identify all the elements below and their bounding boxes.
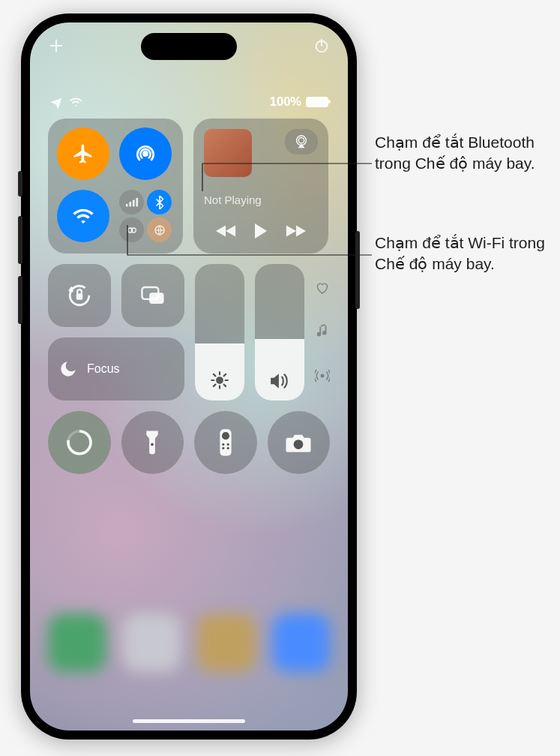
callout-bluetooth: Chạm để tắt Bluetooth trong Chế độ máy b…: [375, 132, 547, 173]
focus-label: Focus: [87, 362, 120, 376]
bluetooth-toggle[interactable]: [147, 190, 172, 214]
screen-mirroring-button[interactable]: [121, 264, 184, 327]
svg-line-23: [214, 385, 215, 386]
orientation-lock-icon: [67, 283, 92, 308]
timer-icon: [64, 428, 94, 458]
svg-line-21: [214, 374, 215, 376]
screen: 100%: [30, 22, 348, 730]
hotspot-icon: [125, 224, 139, 237]
power-menu-button[interactable]: [313, 38, 330, 54]
orientation-lock-toggle[interactable]: [48, 264, 111, 327]
wifi-toggle[interactable]: [57, 190, 109, 242]
svg-rect-13: [76, 293, 83, 300]
svg-point-27: [68, 431, 91, 454]
svg-rect-5: [132, 200, 134, 206]
media-forward-button[interactable]: [285, 224, 306, 242]
focus-button[interactable]: Focus: [48, 338, 184, 400]
svg-point-2: [142, 151, 148, 157]
svg-point-10: [297, 136, 307, 146]
connectivity-subgroup[interactable]: [119, 190, 172, 242]
moon-icon: [58, 359, 78, 379]
svg-rect-15: [149, 292, 163, 304]
svg-point-32: [226, 443, 229, 446]
forward-icon: [285, 224, 306, 238]
svg-rect-3: [125, 203, 127, 206]
svg-point-16: [216, 376, 223, 384]
cellular-data-toggle[interactable]: [119, 190, 144, 214]
remote-icon: [218, 428, 233, 457]
sun-icon: [210, 370, 229, 390]
plus-icon: [48, 38, 64, 54]
volume-slider[interactable]: [255, 264, 304, 400]
airplane-mode-toggle[interactable]: [57, 128, 109, 180]
iphone-frame: 100%: [21, 14, 357, 740]
flashlight-button[interactable]: [121, 411, 184, 474]
volume-fill: [255, 339, 304, 400]
svg-point-28: [151, 443, 154, 446]
svg-point-25: [321, 374, 325, 378]
battery-icon: [306, 97, 328, 107]
svg-point-35: [294, 440, 304, 449]
flashlight-icon: [144, 429, 160, 456]
play-icon: [253, 222, 269, 240]
svg-line-24: [224, 374, 226, 376]
control-center: Not Playing: [48, 118, 330, 474]
hotspot-toggle[interactable]: [119, 218, 144, 242]
airplay-button[interactable]: [285, 129, 318, 154]
satellite-icon: [154, 224, 166, 236]
dock-blurred: [48, 614, 330, 696]
wifi-status-icon: [69, 97, 82, 107]
side-shortcuts: [315, 264, 330, 400]
svg-point-30: [222, 432, 229, 440]
timer-button[interactable]: [48, 411, 111, 474]
media-play-button[interactable]: [253, 222, 269, 243]
screen-mirroring-icon: [140, 285, 166, 306]
media-title: Not Playing: [204, 194, 318, 206]
battery-percent-label: 100%: [270, 94, 301, 109]
satellite-toggle[interactable]: [147, 218, 172, 242]
bluetooth-icon: [155, 196, 164, 209]
wifi-icon: [72, 207, 94, 225]
add-control-button[interactable]: [48, 38, 64, 54]
brightness-slider[interactable]: [195, 264, 244, 400]
svg-rect-4: [129, 202, 131, 206]
airdrop-icon: [133, 142, 157, 166]
connectivity-tile[interactable]: [48, 118, 183, 254]
svg-point-33: [222, 447, 224, 449]
backward-icon: [216, 224, 237, 238]
media-back-button[interactable]: [216, 224, 237, 242]
media-tile[interactable]: Not Playing: [193, 118, 328, 254]
heart-icon[interactable]: [316, 282, 329, 294]
status-row: 100%: [30, 94, 348, 109]
dynamic-island: [141, 33, 237, 60]
camera-icon: [285, 432, 312, 453]
speaker-icon: [269, 372, 290, 390]
volume-down-button: [18, 276, 22, 324]
camera-button[interactable]: [268, 411, 331, 474]
home-indicator: [133, 719, 245, 723]
svg-line-22: [224, 385, 226, 386]
side-button: [355, 231, 360, 309]
music-note-icon[interactable]: [316, 324, 328, 339]
svg-point-11: [298, 138, 304, 143]
airdrop-toggle[interactable]: [119, 128, 172, 180]
power-icon: [313, 38, 330, 54]
apple-tv-remote-button[interactable]: [194, 411, 257, 474]
svg-point-31: [222, 443, 224, 446]
airplane-status-icon: [49, 95, 63, 109]
hearing-icon[interactable]: [315, 369, 330, 382]
action-button: [18, 171, 22, 196]
airplay-icon: [293, 134, 310, 149]
volume-up-button: [18, 216, 22, 264]
svg-rect-6: [136, 197, 138, 206]
callout-wifi: Chạm để tắt Wi-Fi trong Chế độ máy bay.: [375, 232, 547, 274]
cellular-bars-icon: [125, 197, 139, 208]
album-art: [204, 129, 252, 177]
svg-point-34: [226, 447, 229, 449]
airplane-icon: [72, 142, 94, 165]
